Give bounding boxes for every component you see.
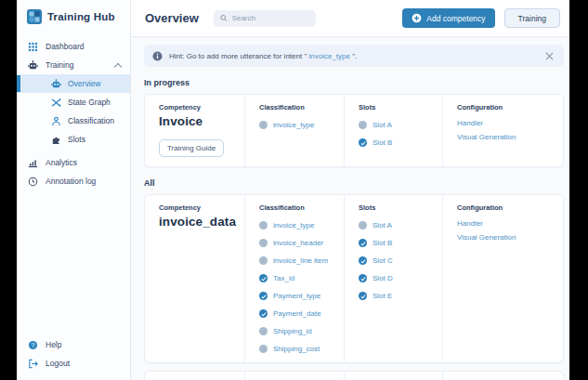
screen: Training Hub Dashboard Training Overview…: [0, 0, 588, 380]
sidebar-item-label: Overview: [68, 79, 100, 88]
sidebar-item-label: Analytics: [46, 158, 77, 167]
competency-name: invoice_data: [159, 215, 241, 229]
topbar-actions: Add competency Training: [402, 8, 560, 28]
slot-item[interactable]: Slot C: [359, 256, 438, 265]
sidebar-item-help[interactable]: ? Help: [17, 335, 130, 354]
page-title: Overview: [145, 11, 199, 25]
status-pending-icon: [359, 221, 367, 229]
slot-label: Slot E: [372, 292, 392, 300]
slot-item[interactable]: Slot B: [359, 239, 438, 247]
sidebar-item-overview[interactable]: Overview: [17, 74, 130, 93]
classification-item[interactable]: invoice_line item: [259, 256, 340, 265]
classification-item[interactable]: Payment_date: [259, 309, 340, 318]
configuration-link-visual-generation[interactable]: Visual Generation: [457, 233, 559, 242]
classification-column: Classification invoice_type: [244, 95, 344, 166]
configuration-column: Configuration Handler Visual Generation: [442, 195, 563, 362]
competency-card-date-validation: Competency date_validation Classificatio…: [144, 371, 564, 380]
slot-label: Slot C: [372, 256, 393, 265]
slots-column: Slots Slot A Slot B: [344, 95, 442, 166]
robot-icon: [51, 79, 61, 89]
clock-icon: [28, 177, 38, 187]
column-label-classification: Classification: [259, 203, 340, 212]
sidebar-item-label: Help: [46, 340, 61, 349]
competency-card-invoice-data: Competency invoice_data Classification i…: [144, 194, 564, 363]
classification-item[interactable]: invoice_type: [259, 221, 340, 229]
slot-label: Slot A: [372, 121, 392, 129]
search-box[interactable]: [214, 10, 316, 27]
status-pending-icon: [359, 121, 367, 129]
sidebar-item-logout[interactable]: Logout: [17, 354, 130, 373]
status-done-icon: [359, 138, 367, 147]
competency-card-invoice: Competency Invoice Training Guide Classi…: [144, 94, 564, 167]
slot-item[interactable]: Slot B: [359, 138, 438, 147]
training-guide-button[interactable]: Training Guide: [159, 139, 224, 157]
competency-column: Competency invoice_data: [145, 195, 244, 362]
column-label-configuration: Configuration: [457, 103, 559, 111]
classification-label: invoice_type: [273, 221, 314, 229]
sidebar-item-label: Dashboard: [46, 42, 85, 51]
column-label-slots: Slots: [359, 203, 438, 212]
status-pending-icon: [259, 345, 268, 353]
configuration-link-handler[interactable]: Handler: [457, 219, 559, 228]
column-label-configuration: Configuration: [457, 203, 559, 212]
classification-label: Payment_date: [273, 309, 321, 318]
sidebar-item-label: Logout: [46, 359, 70, 368]
competency-name: Invoice: [159, 114, 241, 128]
status-done-icon: [359, 274, 367, 282]
slot-label: Slot B: [372, 138, 392, 147]
classification-item[interactable]: Tax_id: [259, 274, 340, 282]
brand-title: Training Hub: [47, 11, 115, 22]
classification-label: Payment_type: [273, 292, 320, 300]
classification-label: invoice_line item: [273, 256, 328, 265]
section-heading-all: All: [144, 178, 564, 188]
svg-text:?: ?: [32, 341, 35, 347]
competency-column: Competency date_validation: [145, 372, 244, 380]
sidebar-footer: ? Help Logout: [17, 335, 130, 373]
sidebar-item-analytics[interactable]: Analytics: [17, 153, 130, 172]
classification-item[interactable]: invoice_type: [259, 121, 340, 129]
sidebar-item-slots[interactable]: Slots: [17, 130, 130, 149]
configuration-link-visual-generation[interactable]: Visual Generation: [457, 133, 559, 141]
sidebar-item-state-graph[interactable]: State Graph: [17, 93, 130, 111]
status-done-icon: [359, 256, 367, 265]
hint-suffix: ".: [350, 52, 357, 60]
slot-item[interactable]: Slot A: [359, 121, 438, 129]
classification-label: invoice_header: [273, 239, 323, 247]
sidebar-item-dashboard[interactable]: Dashboard: [17, 37, 130, 56]
classification-label: invoice_type: [273, 121, 314, 129]
configuration-column: Configuration Handler: [442, 372, 563, 380]
sidebar-item-annotation-log[interactable]: Annotation log: [17, 172, 130, 190]
close-icon[interactable]: [542, 49, 555, 62]
sidebar-item-label: Training: [46, 60, 73, 70]
classification-item[interactable]: Shipping_cost: [259, 345, 340, 353]
app-logo: Training Hub: [17, 0, 130, 33]
slots-column: Slots Slot A: [344, 372, 442, 380]
section-heading-in-progress: In progress: [144, 78, 564, 87]
column-label-competency: Competency: [159, 203, 241, 212]
sidebar-item-training[interactable]: Training: [17, 56, 130, 74]
hint-intent[interactable]: invoice_type: [308, 52, 349, 60]
sidebar-item-classification[interactable]: Classification: [17, 111, 130, 130]
training-button[interactable]: Training: [504, 8, 560, 28]
sidebar-item-label: Annotation log: [46, 177, 96, 186]
robot-icon: [28, 60, 38, 71]
hint-text: Hint: Go to add more utterance for inten…: [169, 52, 357, 60]
status-done-icon: [359, 239, 367, 247]
sidebar-item-label: State Graph: [68, 98, 111, 107]
add-competency-button[interactable]: Add competency: [402, 8, 494, 28]
classification-item[interactable]: Payment_type: [259, 292, 340, 300]
classification-item[interactable]: Shipping_id: [259, 327, 340, 335]
chevron-up-icon[interactable]: [115, 62, 121, 68]
slot-item[interactable]: Slot D: [359, 274, 438, 282]
classification-item[interactable]: invoice_header: [259, 239, 340, 247]
state-graph-icon: [51, 98, 61, 108]
help-circle-icon: ?: [28, 340, 38, 350]
configuration-link-handler[interactable]: Handler: [457, 119, 559, 127]
slot-item[interactable]: Slot A: [359, 221, 438, 229]
plus-circle-icon: [412, 13, 422, 23]
slot-item[interactable]: Slot E: [359, 292, 438, 300]
search-input[interactable]: [232, 14, 309, 22]
sidebar-item-label: Slots: [68, 135, 85, 144]
sidebar: Training Hub Dashboard Training Overview…: [17, 0, 131, 380]
main-area: Overview Add competency Training Hint: G…: [131, 0, 569, 380]
